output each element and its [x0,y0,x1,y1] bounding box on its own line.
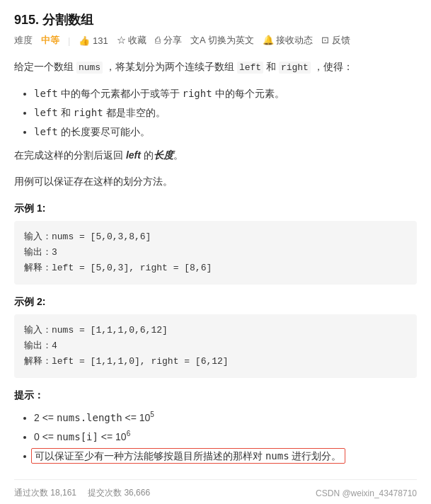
footer-bar: 通过次数 18,161 提交次数 36,666 CSDN @weixin_434… [14,479,417,499]
code-left: left [237,62,263,74]
submit-count: 提交次数 36,666 [88,487,150,499]
hint-item-2: 0 <= nums[i] <= 106 [34,427,417,446]
submit-value: 36,666 [124,488,150,498]
code-nums: nums [76,62,103,74]
example2-output: 输出：4 [24,338,407,354]
meta-divider-1: | [68,35,70,46]
footer-left: 通过次数 18,161 提交次数 36,666 [14,487,150,499]
collect-button[interactable]: ☆ 收藏 [117,34,147,47]
page-container: 915. 分割数组 难度 中等 | 👍 131 ☆ 收藏 ⎙ 分享 文A 切换为… [0,0,431,504]
pass-label: 通过次数 [14,488,48,498]
pass-value: 18,161 [50,488,76,498]
italic-left: left [126,149,141,161]
page-title: 915. 分割数组 [14,11,417,28]
meta-bar: 难度 中等 | 👍 131 ☆ 收藏 ⎙ 分享 文A 切换为英文 🔔 接收动态 … [14,34,417,47]
example1-output: 输出：3 [24,245,407,260]
example1-input: 输入：nums = [5,0,3,8,6] [24,229,407,245]
hint-item-3: 可以保证至少有一种方法能够按题目所描述的那样对 nums 进行划分。 [34,447,417,466]
difficulty-value: 中等 [41,34,59,47]
likes-button[interactable]: 👍 131 [79,35,108,46]
condition-item-3: left 的长度要尽可能小。 [34,122,417,142]
pass-count: 通过次数 18,161 [14,487,76,499]
example2-input: 输入：nums = [1,1,1,0,6,12] [24,323,407,338]
description-line1: 给定一个数组 nums ，将某划分为两个连续子数组 left 和 right ，… [14,58,417,76]
hint-item-1: 2 <= nums.length <= 105 [34,408,417,427]
hint-title: 提示： [14,389,417,402]
condition-item-1: left 中的每个元素都小于或等于 right 中的每个元素。 [34,84,417,103]
example1-block: 输入：nums = [5,0,3,8,6] 输出：3 解释：left = [5,… [14,221,417,285]
description-line3: 用例可以保证存在这样的划分方法。 [14,173,417,190]
italic-length: 长度 [154,149,173,161]
example2-block: 输入：nums = [1,1,1,0,6,12] 输出：4 解释：left = … [14,314,417,378]
description-line2: 在完成这样的分割后返回 left 的长度。 [14,147,417,164]
highlighted-hint: 可以保证至少有一种方法能够按题目所描述的那样对 nums 进行划分。 [31,448,345,464]
footer-author: CSDN @weixin_43478710 [316,488,417,498]
difficulty-label: 难度 [14,34,33,47]
notification-button[interactable]: 🔔 接收动态 [263,34,314,47]
example1-title: 示例 1: [14,202,417,215]
share-button[interactable]: ⎙ 分享 [155,34,182,47]
hint-list: 2 <= nums.length <= 105 0 <= nums[i] <= … [34,408,417,465]
example1-explain: 解释：left = [5,0,3], right = [8,6] [24,260,407,276]
condition-list: left 中的每个元素都小于或等于 right 中的每个元素。 left 和 r… [34,84,417,141]
example2-title: 示例 2: [14,296,417,309]
feedback-button[interactable]: ⊡ 反馈 [321,34,350,47]
switch-lang-button[interactable]: 文A 切换为英文 [190,34,254,47]
condition-item-2: left 和 right 都是非空的。 [34,103,417,122]
code-right: right [279,62,311,74]
example2-explain: 解释：left = [1,1,1,0], right = [6,12] [24,354,407,370]
submit-label: 提交次数 [88,488,122,498]
